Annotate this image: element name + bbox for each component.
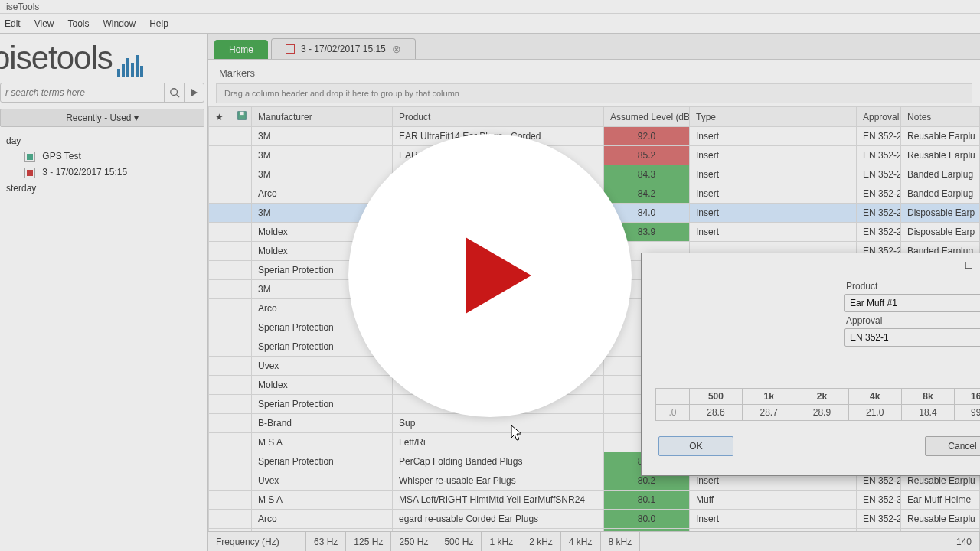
freq-header: 16k <box>955 389 980 405</box>
tree-item-gps[interactable]: GPS Test <box>3 148 207 165</box>
svg-marker-5 <box>511 425 521 440</box>
star-column-header[interactable]: ★ <box>209 107 230 127</box>
minimize-icon[interactable]: — <box>920 255 952 276</box>
tree-group-yesterday[interactable]: sterday <box>3 181 207 196</box>
menu-help[interactable]: Help <box>149 18 168 29</box>
menu-edit[interactable]: Edit <box>5 18 21 29</box>
freq-value[interactable]: 28.6 <box>689 405 742 421</box>
col-approval[interactable]: Approval <box>857 107 901 127</box>
logo: oisetools <box>0 34 207 80</box>
dialog-titlebar[interactable]: — ☐ ✕ <box>642 253 980 278</box>
tab-document[interactable]: 3 - 17/02/2017 15:15 ⊗ <box>271 38 416 59</box>
file-icon <box>24 152 35 162</box>
menu-window[interactable]: Window <box>103 18 136 29</box>
freq-value[interactable]: 18.4 <box>901 405 954 421</box>
status-freq-label: Frequency (Hz) <box>208 532 306 551</box>
freq-header: 500 <box>689 389 742 405</box>
tree-group-today[interactable]: day <box>3 133 207 148</box>
status-band: 500 Hz <box>436 532 482 551</box>
svg-point-0 <box>170 89 177 96</box>
col-manufacturer[interactable]: Manufacturer <box>252 107 393 127</box>
cursor-icon <box>511 425 522 441</box>
close-icon[interactable]: ⊗ <box>392 43 401 55</box>
freq-value[interactable]: 28.7 <box>743 405 795 421</box>
dialog-approval-input[interactable] <box>844 328 980 347</box>
status-band: 4 kHz <box>561 532 601 551</box>
freq-header: 2k <box>795 389 848 405</box>
status-band: 2 kHz <box>521 532 561 551</box>
menu-view[interactable]: View <box>34 18 54 29</box>
cancel-button[interactable]: Cancel <box>925 436 980 456</box>
dialog-product-input[interactable] <box>844 294 980 312</box>
search-box[interactable] <box>0 83 204 103</box>
maximize-icon[interactable]: ☐ <box>952 255 980 276</box>
tab-label: 3 - 17/02/2017 15:15 <box>301 44 386 54</box>
status-band: 125 Hz <box>346 532 391 551</box>
tree: day GPS Test 3 - 17/02/2017 15:15 sterda… <box>0 130 207 199</box>
tabs-row: Home 3 - 17/02/2017 15:15 ⊗ <box>208 34 980 60</box>
recent-dropdown[interactable]: Recently - Used ▾ <box>0 109 204 127</box>
titlebar: iseTools <box>0 0 980 14</box>
dialog-freq-table: 5001k2k4k8k16k .028.628.728.921.018.4999 <box>655 388 980 421</box>
col-notes[interactable]: Notes <box>901 107 980 127</box>
status-band: 8 kHz <box>601 532 641 551</box>
col-level[interactable]: Assumed Level (dB) <box>604 107 690 127</box>
save-column-header[interactable] <box>230 107 252 127</box>
ok-button[interactable]: OK <box>658 436 733 456</box>
svg-line-1 <box>176 95 179 98</box>
video-play-button[interactable] <box>348 134 632 417</box>
dialog-add-product: — ☐ ✕ x Product x Approval <box>641 253 980 476</box>
col-product[interactable]: Product <box>393 107 604 127</box>
status-band: 250 Hz <box>391 532 436 551</box>
dialog-approval-label: Approval <box>844 315 980 326</box>
freq-value[interactable]: 999 <box>955 405 980 421</box>
search-icon[interactable] <box>164 83 184 102</box>
status-value: 140 <box>919 532 980 551</box>
file-icon <box>24 168 35 178</box>
freq-value[interactable]: 21.0 <box>848 405 901 421</box>
menu-tools[interactable]: Tools <box>67 18 89 29</box>
tree-item-label: 3 - 17/02/2017 15:15 <box>42 167 127 178</box>
status-band: 63 Hz <box>306 532 346 551</box>
status-band: 1 kHz <box>482 532 521 551</box>
freq-header: 4k <box>848 389 901 405</box>
logo-text: oisetools <box>0 40 113 77</box>
dialog-product-label: Product <box>844 281 980 292</box>
freq-value[interactable]: 28.9 <box>795 405 848 421</box>
table-row[interactable]: Arcoegard re-usable Corded Ear Plugs80.0… <box>209 510 980 529</box>
play-icon[interactable] <box>184 83 204 102</box>
tree-item-doc[interactable]: 3 - 17/02/2017 15:15 <box>3 165 207 181</box>
section-label: Markers <box>208 60 980 83</box>
logo-bars-icon <box>117 52 143 77</box>
svg-marker-2 <box>191 89 198 96</box>
group-hint[interactable]: Drag a column header and drop it here to… <box>216 83 972 103</box>
status-bar: Frequency (Hz) 63 Hz125 Hz250 Hz500 Hz1 … <box>208 531 980 551</box>
svg-rect-4 <box>240 112 243 115</box>
freq-header: 1k <box>743 389 795 405</box>
recent-label: Recently - Used <box>66 112 131 123</box>
search-input[interactable] <box>1 83 164 102</box>
tab-home[interactable]: Home <box>214 40 268 59</box>
play-icon <box>466 237 531 314</box>
chevron-down-icon: ▾ <box>134 112 139 123</box>
doc-icon <box>286 44 295 54</box>
table-row[interactable]: 3MEAR Ultrafit20 Ear Plugs - Corded85.2I… <box>209 146 980 165</box>
sidebar: oisetools Recently - Used ▾ day GPS Test <box>0 34 208 551</box>
menubar: Edit View Tools Window Help <box>0 14 980 34</box>
col-type[interactable]: Type <box>690 107 857 127</box>
tree-item-label: GPS Test <box>42 151 80 161</box>
grid-header-row: ★ Manufacturer Product Assumed Level (dB… <box>209 107 980 127</box>
table-row[interactable]: 3MEAR UltraFit14 Ear Plugs - Corded92.0I… <box>209 127 980 146</box>
freq-header: 8k <box>901 389 954 405</box>
table-row[interactable]: M S AMSA Left/RIGHT HlmtMtd Yell EarMuff… <box>209 491 980 510</box>
